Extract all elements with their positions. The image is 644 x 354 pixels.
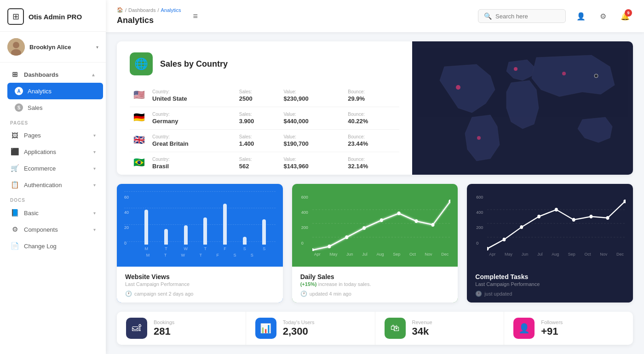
bar-label: T <box>204 246 207 251</box>
clock-icon: 🕐 <box>475 291 482 297</box>
bar-label: S <box>263 246 265 251</box>
sidebar-item-ecommerce[interactable]: 🛒 Ecommerce ▾ <box>3 160 103 177</box>
home-icon: 🏠 <box>117 7 123 13</box>
bar <box>184 225 188 245</box>
sidebar-item-dashboards[interactable]: ⊞ Dashboards ▲ <box>3 66 103 83</box>
website-views-info: Website Views Last Campaign Performance … <box>117 267 283 303</box>
stat-text-followers: Followers +91 <box>541 320 563 337</box>
svg-point-18 <box>414 219 418 223</box>
sales-value: 3.900 <box>239 118 276 125</box>
dashboards-icon: ⊞ <box>10 70 19 79</box>
svg-point-5 <box>514 67 518 71</box>
authentication-chevron-icon: ▾ <box>93 183 96 188</box>
bar-group: M <box>139 200 154 251</box>
sidebar-item-components[interactable]: ⚙ Components ▾ <box>3 221 103 238</box>
search-input[interactable] <box>495 13 560 20</box>
sidebar-item-changelog[interactable]: 📄 Change Log <box>3 238 103 254</box>
user-profile-button[interactable]: 👤 <box>573 8 589 24</box>
country-label: Country: <box>152 157 232 162</box>
svg-point-28 <box>555 208 558 211</box>
user-profile[interactable]: Brooklyn Alice ▾ <box>0 32 106 63</box>
website-views-subtitle: Last Campaign Performance <box>125 281 275 287</box>
nav-menu: ⊞ Dashboards ▲ A Analytics S Sales PAGES… <box>0 63 106 354</box>
notification-badge: 9 <box>625 9 632 17</box>
bar-group: S <box>257 200 272 251</box>
bar-group: S <box>237 200 252 251</box>
stat-label-revenue: Revenue <box>412 320 432 325</box>
bounce-label: Bounce: <box>348 157 396 162</box>
components-icon: ⚙ <box>10 225 19 234</box>
country-table: 🇺🇸 Country: United State Sales: 2500 Val… <box>130 85 399 174</box>
completed-tasks-info: Completed Tasks Last Campaign Performanc… <box>467 267 633 303</box>
sidebar-item-sales[interactable]: S Sales <box>7 99 103 116</box>
stat-text-bookings: Bookings 281 <box>154 320 174 337</box>
svg-point-14 <box>345 235 348 239</box>
page-title: Analytics <box>117 16 154 25</box>
stat-value-today_users: 2,300 <box>283 326 315 337</box>
bar-label: W <box>184 246 188 251</box>
gear-icon: ⚙ <box>600 12 606 21</box>
breadcrumb-analytics: Analytics <box>161 7 181 13</box>
stat-label-today_users: Today's Users <box>283 320 315 325</box>
table-row: 🇺🇸 Country: United State Sales: 2500 Val… <box>130 85 399 107</box>
value-value: $440,000 <box>283 118 340 125</box>
website-views-chart: 6040200 M T W T F S S MTWTFSS <box>117 184 283 267</box>
dashboards-chevron-icon: ▲ <box>91 72 96 77</box>
svg-point-25 <box>503 238 506 241</box>
sales-value: 562 <box>239 163 276 170</box>
value-label: Value: <box>283 134 340 139</box>
stat-text-today_users: Today's Users 2,300 <box>283 320 315 337</box>
search-box[interactable]: 🔍 <box>478 9 566 23</box>
daily-sales-subtitle: increase in today sales. <box>318 281 371 287</box>
search-icon: 🔍 <box>484 12 492 20</box>
sidebar-item-pages[interactable]: 🖼 Pages ▾ <box>3 127 103 143</box>
country-flag: 🇺🇸 <box>133 90 145 100</box>
pages-chevron-icon: ▾ <box>93 133 96 138</box>
menu-icon[interactable]: ≡ <box>193 11 198 21</box>
pages-icon: 🖼 <box>10 131 19 139</box>
sidebar-item-basic[interactable]: 📘 Basic ▾ <box>3 205 103 221</box>
logo-text: Otis Admin PRO <box>29 13 82 21</box>
svg-point-15 <box>362 226 366 230</box>
notifications-button[interactable]: 🔔 9 <box>617 8 633 24</box>
bounce-label: Bounce: <box>348 134 396 139</box>
sales-label: Sales: <box>239 134 276 139</box>
sidebar-item-authentication[interactable]: 📋 Authentication ▾ <box>3 177 103 193</box>
bar-group: F <box>218 200 233 251</box>
sales-badge: S <box>15 103 23 112</box>
sales-label: Sales: <box>239 157 276 162</box>
stat-item-today_users: 📊 Today's Users 2,300 <box>246 312 375 345</box>
pages-section-label: PAGES <box>0 116 106 127</box>
sidebar-item-analytics[interactable]: A Analytics <box>7 83 103 99</box>
website-views-title: Website Views <box>125 273 275 280</box>
applications-chevron-icon: ▾ <box>93 149 96 154</box>
svg-point-27 <box>537 215 540 218</box>
stat-item-revenue: 🛍 Revenue 34k <box>375 312 505 345</box>
svg-point-19 <box>431 223 434 227</box>
sales-label: Sales: <box>239 112 276 117</box>
sidebar-item-label: Sales <box>28 104 43 111</box>
bar <box>223 204 227 245</box>
sidebar-item-label: Change Log <box>24 243 57 250</box>
country-value: Germany <box>152 118 232 125</box>
user-icon: 👤 <box>576 12 586 21</box>
sidebar-item-applications[interactable]: ⬛ Applications ▾ <box>3 143 103 160</box>
logo-icon: ⊞ <box>7 8 24 25</box>
table-row: 🇧🇷 Country: Brasil Sales: 562 Value: $14… <box>130 152 399 175</box>
settings-button[interactable]: ⚙ <box>595 8 611 24</box>
bounce-value: 29.9% <box>348 95 396 102</box>
sidebar-item-label: Basic <box>24 210 39 217</box>
completed-tasks-chart: 6004002000 <box>467 184 633 267</box>
svg-point-29 <box>572 218 575 222</box>
value-label: Value: <box>283 112 340 117</box>
sales-value: 1.400 <box>239 140 276 147</box>
breadcrumb-dashboards: Dashboards <box>128 7 155 13</box>
bar <box>203 217 207 244</box>
sidebar-item-label: Analytics <box>28 88 52 95</box>
bar <box>164 229 168 245</box>
bar-group: T <box>159 200 174 251</box>
ecommerce-icon: 🛒 <box>10 164 19 172</box>
breadcrumb: 🏠 / Dashboards / Analytics Analytics <box>117 7 181 25</box>
world-map-area <box>412 41 633 175</box>
daily-sales-info: Daily Sales (+15%) increase in today sal… <box>292 267 458 303</box>
